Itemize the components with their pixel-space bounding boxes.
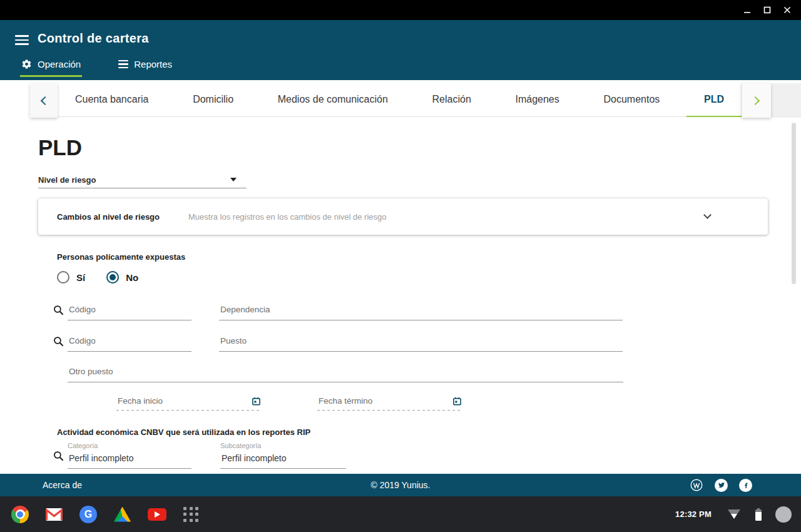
page-title: PLD <box>38 135 82 160</box>
radio-si-label: Sí <box>76 272 85 283</box>
tab-bar: Cuenta bancaria Domicilio Medios de comu… <box>58 83 742 117</box>
close-button[interactable] <box>782 5 792 15</box>
subcategoria-input[interactable]: Perfil incompleto <box>220 453 346 469</box>
maximize-icon <box>763 6 772 14</box>
minimize-icon <box>743 6 752 14</box>
risk-changes-expansion-panel[interactable]: Cambios al nivel de riesgo Muestra los r… <box>38 198 768 235</box>
youtube-icon[interactable] <box>148 508 166 521</box>
codigo-dependencia-input[interactable]: Código <box>68 305 191 320</box>
chevron-right-icon <box>751 96 760 105</box>
radio-no-label: No <box>126 272 138 283</box>
avatar[interactable] <box>775 506 792 523</box>
tab-relacion[interactable]: Relación <box>415 83 489 117</box>
tabstrip-filler <box>771 83 801 118</box>
gear-icon <box>21 59 32 69</box>
search-icon <box>53 304 64 316</box>
tab-imagenes[interactable]: Imágenes <box>498 83 577 117</box>
clock: 12:32 PM <box>675 509 712 519</box>
fecha-termino-label: Fecha término <box>319 396 372 406</box>
system-shelf: G 12:32 PM <box>0 496 801 532</box>
dependencia-input[interactable]: Dependencia <box>219 305 623 320</box>
panel-title: Cambios al nivel de riesgo <box>57 212 173 222</box>
tab-cuenta-bancaria[interactable]: Cuenta bancaria <box>58 83 166 117</box>
social-links <box>690 478 752 492</box>
footer-copyright: © 2019 Yunius. <box>371 480 431 490</box>
risk-level-label: Nivel de riesgo <box>38 175 96 185</box>
wifi-icon <box>728 509 740 519</box>
desktop-screen: Control de cartera Operación Reportes Cu… <box>0 0 801 532</box>
otro-puesto-input[interactable]: Otro puesto <box>68 367 623 382</box>
nav-item-reportes[interactable]: Reportes <box>117 56 173 77</box>
tab-label: PLD <box>704 94 724 105</box>
close-icon <box>783 6 792 14</box>
pld-form: PLD Nivel de riesgo Cambios al nivel de … <box>0 118 801 474</box>
panel-description: Muestra los registros en los cambios de … <box>188 212 386 222</box>
drive-icon[interactable] <box>114 507 131 522</box>
cnbv-heading: Actividad económica CNBV que será utiliz… <box>57 427 310 437</box>
app-header: Control de cartera Operación Reportes <box>0 20 801 80</box>
tab-label: Medios de comunicación <box>278 94 388 105</box>
nav-label-reportes: Reportes <box>134 59 172 69</box>
calendar-icon <box>452 396 462 406</box>
twitter-icon[interactable] <box>715 479 728 492</box>
launcher-icon[interactable] <box>183 507 198 522</box>
fecha-inicio-label: Fecha inicio <box>118 396 163 406</box>
tab-label: Documentos <box>603 94 660 105</box>
window-controls <box>742 0 792 20</box>
chevron-down-icon <box>703 211 712 219</box>
tab-label: Domicilio <box>193 94 233 105</box>
categoria-input[interactable]: Perfil incompleto <box>68 453 191 469</box>
nav-item-operacion[interactable]: Operación <box>20 56 82 77</box>
puesto-input[interactable]: Puesto <box>219 336 623 352</box>
footer-about-link[interactable]: Acerca de <box>43 480 82 490</box>
app-title: Control de cartera <box>38 31 149 46</box>
play-icon <box>155 511 160 518</box>
nav-label-operacion: Operación <box>38 59 81 69</box>
battery-icon <box>755 508 762 521</box>
google-glyph: G <box>84 509 92 520</box>
system-tray[interactable]: 12:32 PM <box>675 496 792 532</box>
google-icon[interactable]: G <box>79 506 97 523</box>
pep-label: Personas polícamente expuestas <box>57 252 185 262</box>
risk-level-select[interactable]: Nivel de riesgo <box>38 174 247 188</box>
hamburger-menu-icon[interactable] <box>15 35 29 45</box>
tab-documentos[interactable]: Documentos <box>586 83 677 117</box>
list-icon <box>118 60 128 68</box>
minimize-button[interactable] <box>742 5 752 15</box>
categoria-label: Categoría <box>68 442 98 449</box>
codigo-puesto-input[interactable]: Código <box>68 336 191 352</box>
tab-label: Cuenta bancaria <box>75 94 148 105</box>
tab-pld[interactable]: PLD <box>686 83 742 117</box>
fecha-termino-datepicker[interactable]: Fecha término <box>317 396 462 411</box>
chevron-left-icon <box>41 96 49 105</box>
tab-label: Imágenes <box>516 94 559 105</box>
app-footer: Acerca de © 2019 Yunius. <box>0 474 801 496</box>
maximize-button[interactable] <box>762 5 772 15</box>
subcategoria-label: Subcategoría <box>220 442 261 449</box>
dropdown-arrow-icon <box>230 178 237 182</box>
facebook-icon[interactable] <box>739 479 752 492</box>
radio-si[interactable] <box>57 271 69 284</box>
wordpress-icon[interactable] <box>690 478 703 492</box>
pep-radio-group: Sí No <box>57 271 138 284</box>
search-icon <box>53 335 64 347</box>
tabs-scroll-left-button[interactable] <box>30 83 58 118</box>
vertical-scrollbar[interactable] <box>792 123 796 284</box>
tabs-scroll-right-button[interactable] <box>742 83 771 118</box>
search-icon <box>53 450 64 462</box>
app-nav: Operación Reportes <box>20 56 173 77</box>
chrome-icon[interactable] <box>11 506 29 523</box>
fecha-inicio-datepicker[interactable]: Fecha inicio <box>116 396 261 411</box>
radio-no[interactable] <box>106 271 119 284</box>
gmail-icon[interactable] <box>46 508 63 521</box>
tab-domicilio[interactable]: Domicilio <box>175 83 251 117</box>
tab-medios-comunicacion[interactable]: Medios de comunicación <box>260 83 406 117</box>
tab-label: Relación <box>432 94 471 105</box>
calendar-icon <box>252 396 261 406</box>
shelf-apps: G <box>11 496 198 532</box>
window-titlebar <box>0 0 801 20</box>
